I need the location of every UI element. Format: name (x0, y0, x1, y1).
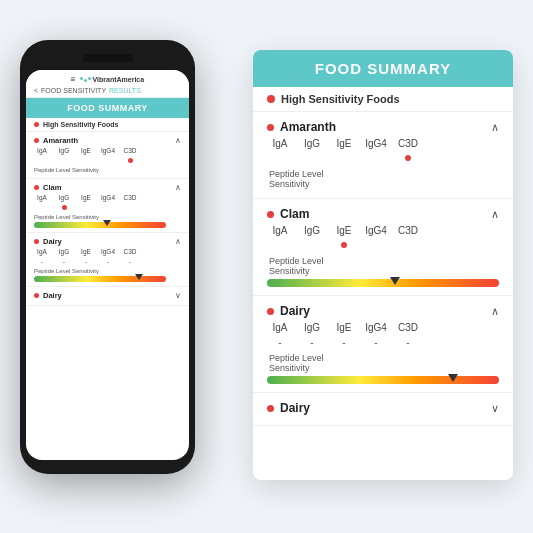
food-item-dairy2: Dairy ∨ (253, 393, 513, 426)
logo-dot-3 (88, 77, 91, 80)
phone-screen: ≡ VibrantAmerica < FOOD SENSITIVITY RESU… (26, 70, 189, 460)
breadcrumb: < FOOD SENSITIVITY RESULTS (34, 87, 181, 94)
markers-row: IgA IgG IgE IgG4 C3D (267, 225, 499, 236)
food-name-row: Dairy ∧ (267, 304, 499, 318)
chevron-down-icon[interactable]: ∨ (491, 402, 499, 415)
phone-chevron-up-icon[interactable]: ∧ (175, 237, 181, 246)
phone-chevron-up-icon[interactable]: ∧ (175, 136, 181, 145)
phone-food-name-left: Clam (34, 183, 61, 192)
food-label: Clam (280, 207, 309, 221)
phone-food-item-dairy: Dairy ∧ IgA IgG IgE IgG4 C3D - - - - - (26, 233, 189, 287)
logo-dot-2 (84, 79, 87, 82)
phone-chevron-down-icon[interactable]: ∨ (175, 291, 181, 300)
sensitivity-bar (267, 376, 499, 384)
food-name-left: Dairy (267, 401, 310, 415)
phone-food-name-row: Dairy ∧ (34, 237, 181, 246)
paper-card: FOOD SUMMARY High Sensitivity Foods Amar… (253, 50, 513, 480)
peptide-label: Peptide LevelSensitivity (267, 169, 499, 189)
phone-food-name-row: Dairy ∨ (34, 291, 181, 300)
peptide-label: Peptide LevelSensitivity (267, 353, 499, 373)
phone-food-dot (34, 239, 39, 244)
bar-marker-icon (448, 374, 458, 382)
phone-peptide-label: Peptide Level Sensitivity (34, 268, 181, 274)
phone-food-item-amaranth: Amaranth ∧ IgA IgG IgE IgG4 C3D (26, 132, 189, 179)
phone-dot-row: - - - - - (34, 256, 181, 266)
phone-food-label: Dairy (43, 291, 62, 300)
phone-card-header: FOOD SUMMARY (26, 98, 189, 118)
phone-device: ≡ VibrantAmerica < FOOD SENSITIVITY RESU… (20, 40, 195, 474)
sensitivity-bar (267, 279, 499, 287)
phone-dot-row (34, 155, 181, 165)
phone-markers-row: IgA IgG IgE IgG4 C3D (34, 147, 181, 154)
phone-food-name-row: Clam ∧ (34, 183, 181, 192)
food-label: Dairy (280, 304, 310, 318)
chevron-up-icon[interactable]: ∧ (491, 121, 499, 134)
phone-food-dot (34, 138, 39, 143)
sensitivity-dot (267, 95, 275, 103)
food-dot (267, 124, 274, 131)
markers-row: IgA IgG IgE IgG4 C3D (267, 138, 499, 149)
food-dot (267, 405, 274, 412)
bar-marker-icon (390, 277, 400, 285)
phone-notch (83, 54, 133, 62)
phone-nav: ≡ VibrantAmerica < FOOD SENSITIVITY RESU… (26, 70, 189, 98)
card-title: FOOD SUMMARY (267, 60, 499, 77)
chevron-up-icon[interactable]: ∧ (491, 208, 499, 221)
card-header: FOOD SUMMARY (253, 50, 513, 87)
food-name-row: Clam ∧ (267, 207, 499, 221)
phone-card-subheader: High Sensitivity Foods (26, 118, 189, 132)
food-label: Amaranth (280, 120, 336, 134)
phone-subheader-label: High Sensitivity Foods (43, 121, 118, 128)
phone-sensitivity-bar (34, 276, 166, 282)
phone-food-name-left: Dairy (34, 291, 62, 300)
back-icon[interactable]: < (34, 87, 38, 94)
phone-food-dot (34, 185, 39, 190)
phone-food-dot (34, 293, 39, 298)
hamburger-icon[interactable]: ≡ (71, 75, 76, 84)
logo-dots (80, 77, 91, 82)
dot-row: - - - - - (267, 335, 499, 349)
phone-food-label: Dairy (43, 237, 62, 246)
food-dot (267, 211, 274, 218)
breadcrumb-main: FOOD SENSITIVITY (41, 87, 106, 94)
dot-row (267, 151, 499, 165)
phone-bar-marker-icon (135, 274, 143, 280)
food-name-row: Dairy ∨ (267, 401, 499, 415)
phone-food-name-left: Dairy (34, 237, 62, 246)
phone-markers-row: IgA IgG IgE IgG4 C3D (34, 248, 181, 255)
phone-sensitivity-bar (34, 222, 166, 228)
food-name-left: Clam (267, 207, 309, 221)
food-dot (267, 308, 274, 315)
phone-food-item-clam: Clam ∧ IgA IgG IgE IgG4 C3D (26, 179, 189, 233)
food-item-amaranth: Amaranth ∧ IgA IgG IgE IgG4 C3D Peptide … (253, 112, 513, 199)
phone-food-label: Amaranth (43, 136, 78, 145)
phone-food-name-left: Amaranth (34, 136, 78, 145)
phone-markers-row: IgA IgG IgE IgG4 C3D (34, 194, 181, 201)
chevron-up-icon[interactable]: ∧ (491, 305, 499, 318)
phone-card-title: FOOD SUMMARY (34, 103, 181, 113)
food-name-row: Amaranth ∧ (267, 120, 499, 134)
card-subheader: High Sensitivity Foods (253, 87, 513, 112)
phone-wrapper: ≡ VibrantAmerica < FOOD SENSITIVITY RESU… (20, 40, 220, 474)
food-label: Dairy (280, 401, 310, 415)
dot-row (267, 238, 499, 252)
phone-logo: VibrantAmerica (80, 76, 145, 83)
phone-food-label: Clam (43, 183, 61, 192)
logo-dot-1 (80, 77, 83, 80)
phone-peptide-label: Peptide Level Sensitivity (34, 167, 181, 173)
phone-food-name-row: Amaranth ∧ (34, 136, 181, 145)
markers-row: IgA IgG IgE IgG4 C3D (267, 322, 499, 333)
breadcrumb-accent: RESULTS (109, 87, 141, 94)
logo-text: VibrantAmerica (93, 76, 145, 83)
food-item-dairy: Dairy ∧ IgA IgG IgE IgG4 C3D - - - - - P… (253, 296, 513, 393)
phone-nav-top: ≡ VibrantAmerica (34, 75, 181, 84)
subheader-label: High Sensitivity Foods (281, 93, 400, 105)
food-name-left: Dairy (267, 304, 310, 318)
phone-bar-marker-icon (103, 220, 111, 226)
phone-food-item-dairy2: Dairy ∨ (26, 287, 189, 306)
food-name-left: Amaranth (267, 120, 336, 134)
peptide-label: Peptide LevelSensitivity (267, 256, 499, 276)
phone-dot-row (34, 202, 181, 212)
phone-chevron-up-icon[interactable]: ∧ (175, 183, 181, 192)
food-item-clam: Clam ∧ IgA IgG IgE IgG4 C3D Peptide Leve… (253, 199, 513, 296)
